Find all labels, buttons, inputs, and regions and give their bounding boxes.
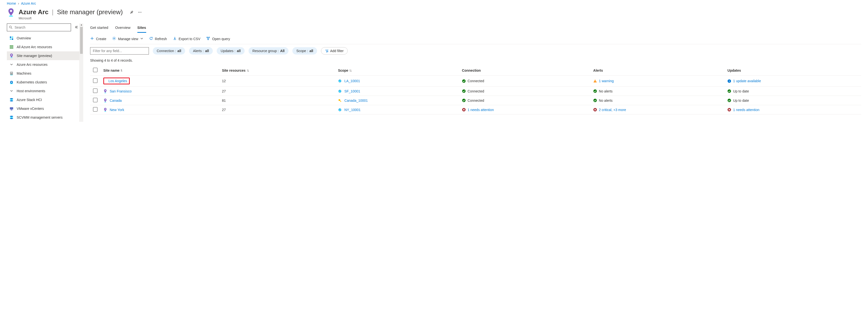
nav-item-icon [9,115,14,120]
pin-icon[interactable] [129,10,133,15]
pill-value: all [178,49,181,53]
add-filter-button[interactable]: Add filter [321,47,348,55]
row-checkbox[interactable] [93,89,97,93]
resource-group-icon [338,79,342,83]
plus-icon [90,36,94,41]
scope-link[interactable]: NY_10001 [344,108,361,112]
connection-cell: Connected [462,89,587,93]
export-csv-button[interactable]: Export to CSV [173,36,200,41]
sidebar-item-scvmm-management-servers[interactable]: SCVMM management servers [7,113,79,122]
filter-pill-scope[interactable]: Scope : all [292,47,317,55]
row-checkbox[interactable] [93,98,97,102]
updates-cell[interactable]: 1 needs attention [727,108,858,112]
sidebar-item-machines[interactable]: Machines [7,69,79,78]
connection-text: 1 needs attention [468,108,494,112]
site-pin-icon [103,108,107,112]
table-row: Los Angeles12LA_10001Connected1 warning1… [90,75,861,87]
search-icon [9,26,13,29]
site-resources-cell: 27 [219,87,335,96]
alerts-text: 2 critical, +3 more [599,108,626,112]
nav-item-label: Host environments [17,89,45,93]
site-name-link[interactable]: New York [110,108,124,112]
tab-sites[interactable]: Sites [137,24,146,33]
sort-icon [349,69,352,72]
sidebar-item-overview[interactable]: Overview [7,34,79,42]
alerts-cell[interactable]: 1 warning [593,79,721,83]
site-name-link[interactable]: Canada [110,99,122,102]
scope-link[interactable]: Canada_10001 [344,99,368,102]
col-site-name[interactable]: Site name [100,65,219,75]
sidebar-item-azure-arc-resources[interactable]: Azure Arc resources [7,60,79,69]
create-button[interactable]: Create [90,36,106,41]
row-checkbox[interactable] [93,107,97,111]
sidebar-item-kubernetes-clusters[interactable]: Kubernetes clusters [7,78,79,87]
more-icon[interactable] [138,10,142,15]
nav-item-icon [9,71,14,75]
alerts-cell[interactable]: 2 critical, +3 more [593,108,721,112]
sidebar-scrollbar[interactable]: ▲ [79,24,83,122]
scroll-up-arrow[interactable]: ▲ [80,24,83,26]
pill-label: Scope : [296,49,308,53]
collapse-sidebar-button[interactable] [74,26,78,30]
pill-value: all [237,49,241,53]
sidebar-item-host-environments[interactable]: Host environments [7,87,79,95]
sort-icon [247,69,249,72]
create-label: Create [96,37,106,41]
nav-item-label: Azure Stack HCI [17,98,42,102]
resource-group-icon [338,108,342,112]
manage-view-button[interactable]: Manage view [112,36,143,41]
sidebar-search[interactable] [7,24,71,31]
page-header: Azure Arc | Site manager (preview) Micro… [0,6,868,24]
col-site-resources[interactable]: Site resources [219,65,335,75]
refresh-button[interactable]: Refresh [149,36,167,41]
refresh-label: Refresh [155,37,167,41]
updates-cell[interactable]: 1 update available [727,79,858,83]
pill-value: all [205,49,209,53]
nav-item-label: Machines [17,71,31,75]
resource-group-icon [338,89,342,93]
manage-view-label: Manage view [118,37,138,41]
pill-label: Connection : [157,49,176,53]
site-name-link[interactable]: San Fransisco [110,89,131,93]
tab-get-started[interactable]: Get started [90,24,108,33]
scope-link[interactable]: LA_10001 [344,79,360,83]
updates-cell: Up to date [727,89,858,93]
sites-table: Site name Site resources Scope Connectio… [90,65,861,114]
refresh-icon [149,36,153,41]
col-alerts: Alerts [590,65,724,75]
scroll-thumb[interactable] [80,27,83,54]
site-pin-icon [103,99,107,102]
updates-text: 1 update available [733,79,761,83]
nav-item-icon [9,36,14,40]
filter-pill-updates[interactable]: Updates : all [217,47,245,55]
select-all-checkbox[interactable] [93,68,97,72]
row-checkbox[interactable] [93,78,97,83]
subscription-icon [338,99,342,102]
col-scope[interactable]: Scope [335,65,459,75]
gear-icon [112,36,116,41]
nav-item-label: VMware vCenters [17,107,44,110]
scope-link[interactable]: SF_10001 [344,89,360,93]
sidebar-item-azure-stack-hci[interactable]: Azure Stack HCI [7,95,79,104]
filter-pill-alerts[interactable]: Alerts : all [189,47,213,55]
sidebar-item-all-azure-arc-resources[interactable]: All Azure Arc resources [7,42,79,52]
sidebar-search-input[interactable] [15,26,69,29]
resource-title: Azure Arc [19,8,49,16]
filter-pill-connection[interactable]: Connection : all [153,47,185,55]
tab-overview[interactable]: Overview [115,24,130,33]
download-icon [173,36,177,41]
connection-cell[interactable]: 1 needs attention [462,108,587,112]
filter-input[interactable] [90,47,149,55]
pill-value: All [280,49,284,53]
filter-pill-resource-group[interactable]: Resource group : All [249,47,288,55]
sidebar-item-site-manager-preview-[interactable]: Site manager (preview) [7,52,79,60]
site-name-link[interactable]: Los Angeles [108,79,127,83]
breadcrumb-home[interactable]: Home [7,1,16,5]
nav-item-icon [9,80,14,85]
site-resources-cell: 81 [219,96,335,105]
nav-item-label: Site manager (preview) [17,54,52,58]
tabs: Get startedOverviewSites [90,24,861,33]
breadcrumb-parent[interactable]: Azure Arc [21,1,36,5]
open-query-button[interactable]: Open query [206,36,230,41]
sidebar-item-vmware-vcenters[interactable]: VMware vCenters [7,104,79,113]
